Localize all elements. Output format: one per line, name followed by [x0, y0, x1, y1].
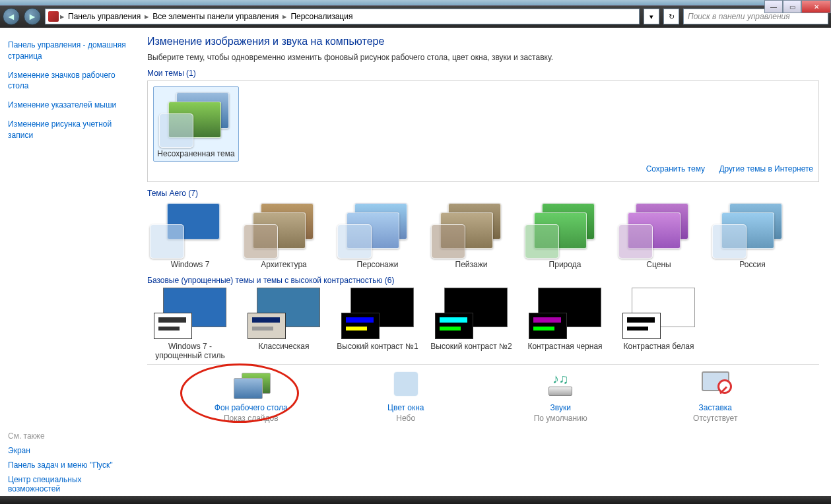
save-theme-link[interactable]: Сохранить тему: [646, 164, 705, 173]
footer-settings-row: Фон рабочего стола Показ слайдов Цвет ок…: [147, 364, 819, 429]
theme-windows7[interactable]: Windows 7: [147, 201, 233, 269]
footer-sublabel: Отсутствует: [656, 414, 775, 423]
minimize-button[interactable]: —: [764, 0, 783, 13]
screensaver-icon: [697, 371, 734, 399]
address-bar[interactable]: ▶ Панель управления ▶ Все элементы панел…: [45, 9, 640, 24]
theme-landscapes[interactable]: Пейзажи: [428, 201, 514, 269]
theme-hc1[interactable]: Высокий контраст №1: [335, 288, 420, 360]
theme-label: Windows 7 - упрощенный стиль: [147, 342, 233, 360]
theme-label: Классическая: [241, 342, 327, 351]
page-title: Изменение изображения и звука на компьют…: [147, 36, 819, 47]
window-color-button[interactable]: Цвет окна Небо: [347, 371, 465, 423]
sounds-button[interactable]: ♪♫ Звуки По умолчанию: [501, 371, 620, 423]
sidebar-link-desktop-icons[interactable]: Изменение значков рабочего стола: [8, 70, 127, 92]
sidebar: Панель управления - домашняя страница Из…: [0, 28, 135, 496]
theme-hc2[interactable]: Высокий контраст №2: [428, 288, 514, 360]
theme-nature[interactable]: Природа: [522, 201, 608, 269]
theme-label: Архитектура: [241, 260, 327, 269]
theme-classic[interactable]: Классическая: [241, 288, 327, 360]
my-themes-section: Несохраненная тема Сохранить тему Другие…: [147, 80, 819, 182]
sidebar-link-account-picture[interactable]: Изменение рисунка учетной записи: [8, 119, 127, 141]
theme-label: Россия: [710, 260, 795, 269]
desktop-background-icon: [232, 371, 269, 399]
online-themes-link[interactable]: Другие темы в Интернете: [719, 164, 813, 173]
theme-characters[interactable]: Персонажи: [335, 201, 420, 269]
theme-label: Высокий контраст №2: [428, 342, 514, 351]
footer-label: Звуки: [501, 403, 620, 412]
close-button[interactable]: ✕: [801, 0, 831, 13]
titlebar: — ▭ ✕: [0, 0, 831, 5]
sounds-icon: ♪♫: [542, 371, 579, 399]
footer-label: Фон рабочего стола: [191, 403, 310, 412]
chevron-right-icon: ▶: [283, 14, 286, 20]
see-also-label: См. также: [8, 431, 127, 441]
screensaver-button[interactable]: Заставка Отсутствует: [656, 371, 775, 423]
my-themes-label: Мои темы (1): [147, 69, 819, 78]
theme-label: Несохраненная тема: [156, 149, 236, 158]
desktop-background-button[interactable]: Фон рабочего стола Показ слайдов: [191, 371, 310, 423]
footer-sublabel: Небо: [347, 414, 465, 423]
theme-label: Пейзажи: [428, 260, 514, 269]
main-area: Панель управления - домашняя страница Из…: [0, 28, 831, 496]
theme-architecture[interactable]: Архитектура: [241, 201, 327, 269]
page-description: Выберите тему, чтобы одновременно измени…: [147, 53, 819, 62]
see-also-display[interactable]: Экран: [8, 446, 127, 455]
theme-label: Контрастная белая: [616, 342, 702, 351]
taskbar-fragment: [0, 496, 831, 504]
footer-sublabel: По умолчанию: [501, 414, 620, 423]
see-also-accessibility[interactable]: Центр специальных возможностей: [8, 475, 127, 493]
control-panel-icon: [48, 11, 59, 22]
theme-label: Высокий контраст №1: [335, 342, 420, 351]
forward-button[interactable]: ►: [24, 8, 41, 25]
theme-label: Природа: [522, 260, 608, 269]
theme-russia[interactable]: Россия: [710, 201, 795, 269]
see-also-taskbar[interactable]: Панель задач и меню ''Пуск'': [8, 460, 127, 470]
footer-label: Цвет окна: [347, 403, 465, 412]
window-controls: — ▭ ✕: [764, 0, 831, 13]
footer-label: Заставка: [656, 403, 775, 412]
sidebar-home-link[interactable]: Панель управления - домашняя страница: [8, 40, 127, 62]
navigation-bar: ◄ ► ▶ Панель управления ▶ Все элементы п…: [0, 5, 831, 28]
theme-scenes[interactable]: Сцены: [616, 201, 702, 269]
theme-label: Сцены: [616, 260, 702, 269]
chevron-right-icon: ▶: [145, 14, 149, 20]
address-dropdown-button[interactable]: ▾: [644, 9, 659, 24]
theme-unsaved[interactable]: Несохраненная тема: [153, 86, 239, 162]
sidebar-link-mouse-pointers[interactable]: Изменение указателей мыши: [8, 100, 127, 111]
theme-win7-basic[interactable]: Windows 7 - упрощенный стиль: [147, 288, 233, 360]
aero-themes-label: Темы Aero (7): [147, 189, 819, 198]
basic-themes-label: Базовые (упрощенные) темы и темы с высок…: [147, 276, 819, 285]
theme-action-links: Сохранить тему Другие темы в Интернете: [153, 162, 813, 176]
aero-themes-row: Windows 7 Архитектура Персонажи Пейзажи …: [147, 201, 819, 269]
window-color-icon: [387, 371, 424, 399]
footer-sublabel: Показ слайдов: [191, 414, 310, 423]
back-button[interactable]: ◄: [3, 8, 20, 25]
refresh-button[interactable]: ↻: [663, 9, 679, 24]
content-area: Изменение изображения и звука на компьют…: [135, 28, 831, 496]
chevron-right-icon: ▶: [60, 14, 64, 20]
theme-hc-white[interactable]: Контрастная белая: [616, 288, 702, 360]
theme-label: Windows 7: [147, 260, 233, 269]
breadcrumb-segment[interactable]: Панель управления: [65, 12, 143, 21]
maximize-button[interactable]: ▭: [783, 0, 801, 13]
theme-hc-black[interactable]: Контрастная черная: [522, 288, 608, 360]
theme-label: Персонажи: [335, 260, 420, 269]
basic-themes-row: Windows 7 - упрощенный стиль Классическа…: [147, 288, 819, 360]
breadcrumb-segment[interactable]: Персонализация: [288, 12, 355, 21]
breadcrumb-segment[interactable]: Все элементы панели управления: [150, 12, 281, 21]
theme-label: Контрастная черная: [522, 342, 608, 351]
